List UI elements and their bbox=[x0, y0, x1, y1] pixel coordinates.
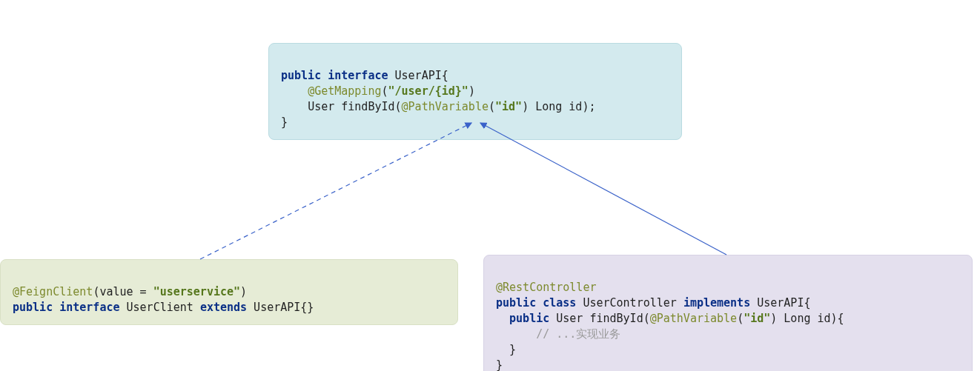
extends-arrow bbox=[200, 123, 471, 259]
pathvar-id: "id" bbox=[744, 312, 770, 325]
kw-public: public bbox=[509, 312, 549, 325]
kw-public: public bbox=[13, 301, 53, 314]
kw-public: public bbox=[281, 69, 321, 82]
userclient-box: @FeignClient(value = "userservice") publ… bbox=[0, 259, 458, 325]
annotation-pathvariable: @PathVariable bbox=[650, 312, 737, 325]
kw-public: public bbox=[496, 296, 536, 310]
usercontroller-box: @RestController public class UserControl… bbox=[483, 255, 973, 371]
userapi-interface-box: public interface UserAPI{ @GetMapping("/… bbox=[268, 43, 682, 140]
kw-class: class bbox=[543, 296, 576, 310]
annotation-getmapping: @GetMapping bbox=[308, 84, 381, 98]
feign-value: "userservice" bbox=[153, 285, 240, 298]
type-name: UserAPI bbox=[395, 69, 442, 82]
annotation-restcontroller: @RestController bbox=[496, 281, 596, 294]
kw-interface: interface bbox=[59, 301, 119, 314]
kw-implements: implements bbox=[683, 296, 750, 310]
kw-interface: interface bbox=[328, 69, 388, 82]
implements-arrow bbox=[480, 123, 726, 255]
pathvar-id: "id" bbox=[495, 100, 522, 113]
kw-extends: extends bbox=[200, 301, 247, 314]
annotation-feignclient: @FeignClient bbox=[13, 285, 93, 298]
comment: // ...实现业务 bbox=[536, 327, 620, 341]
mapping-path: "/user/{id}" bbox=[388, 84, 469, 98]
annotation-pathvariable: @PathVariable bbox=[402, 100, 489, 113]
